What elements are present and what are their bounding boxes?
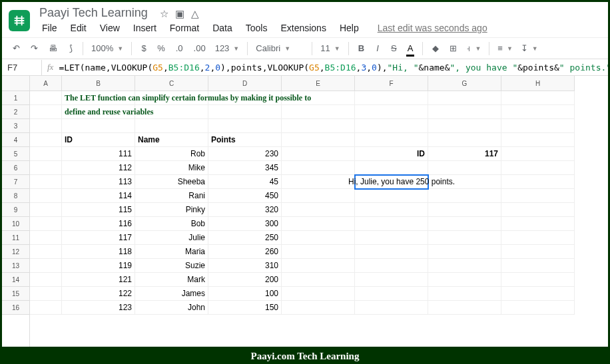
cell[interactable] xyxy=(428,203,501,217)
cell[interactable]: 114 xyxy=(62,189,135,203)
last-edit-link[interactable]: Last edit was seconds ago xyxy=(372,21,493,35)
cell[interactable]: Name xyxy=(135,133,208,147)
cell[interactable] xyxy=(501,161,575,175)
cell[interactable] xyxy=(282,273,355,287)
star-icon[interactable]: ☆ xyxy=(160,8,168,20)
cell[interactable] xyxy=(501,301,575,315)
cell[interactable] xyxy=(501,119,575,133)
cell[interactable]: James xyxy=(135,287,208,301)
cell[interactable]: 45 xyxy=(208,175,282,189)
undo-icon[interactable]: ↶ xyxy=(9,41,24,56)
col-header[interactable]: G xyxy=(428,76,501,91)
font-size-dropdown[interactable]: 11▼ xyxy=(318,42,342,55)
cell[interactable]: 230 xyxy=(208,147,282,161)
cell[interactable] xyxy=(501,133,575,147)
row-header[interactable]: 6 xyxy=(2,161,29,175)
cell[interactable] xyxy=(501,105,575,119)
col-header[interactable]: C xyxy=(135,76,208,91)
cell[interactable] xyxy=(501,147,575,161)
cell[interactable]: 345 xyxy=(208,161,282,175)
col-header[interactable]: B xyxy=(62,76,135,91)
cell[interactable] xyxy=(30,175,62,189)
cell[interactable] xyxy=(501,245,575,259)
row-header[interactable]: 8 xyxy=(2,189,29,203)
cell[interactable] xyxy=(355,91,428,105)
menu-view[interactable]: View xyxy=(95,21,125,35)
cell[interactable] xyxy=(501,91,575,105)
col-header[interactable]: H xyxy=(501,76,575,91)
formula-input[interactable]: =LET(name,VLOOKUP(G5,B5:D16,2,0),points,… xyxy=(59,60,608,75)
cell[interactable]: 310 xyxy=(208,259,282,273)
cell[interactable] xyxy=(30,203,62,217)
cell[interactable] xyxy=(428,91,501,105)
cell[interactable] xyxy=(355,301,428,315)
cell[interactable] xyxy=(282,245,355,259)
cell[interactable] xyxy=(428,245,501,259)
cell[interactable] xyxy=(30,189,62,203)
menu-format[interactable]: Format xyxy=(164,21,204,35)
row-header[interactable]: 12 xyxy=(2,245,29,259)
cell[interactable]: define and reuse variables xyxy=(62,105,135,119)
cell[interactable] xyxy=(355,105,428,119)
cell[interactable] xyxy=(355,133,428,147)
cell[interactable] xyxy=(30,245,62,259)
cell[interactable] xyxy=(30,161,62,175)
row-header[interactable]: 7 xyxy=(2,175,29,189)
redo-icon[interactable]: ↷ xyxy=(27,41,42,56)
cell[interactable] xyxy=(30,259,62,273)
cell[interactable]: 250 xyxy=(208,231,282,245)
row-header[interactable]: 4 xyxy=(2,133,29,147)
cell[interactable] xyxy=(501,189,575,203)
cell[interactable] xyxy=(62,119,135,133)
row-header[interactable]: 10 xyxy=(2,217,29,231)
cell[interactable] xyxy=(30,301,62,315)
cell[interactable] xyxy=(428,105,501,119)
cell[interactable] xyxy=(428,217,501,231)
cell[interactable] xyxy=(428,133,501,147)
cell[interactable]: 117 xyxy=(62,231,135,245)
cell[interactable] xyxy=(282,147,355,161)
menu-tools[interactable]: Tools xyxy=(240,21,273,35)
cell[interactable]: 118 xyxy=(62,245,135,259)
borders-button[interactable]: ⊞ xyxy=(446,41,461,56)
percent-button[interactable]: % xyxy=(153,41,169,56)
cell[interactable] xyxy=(355,245,428,259)
cell[interactable] xyxy=(355,259,428,273)
cell[interactable]: ID xyxy=(62,133,135,147)
menu-edit[interactable]: Edit xyxy=(65,21,92,35)
cell[interactable]: Rani xyxy=(135,189,208,203)
select-all[interactable] xyxy=(2,76,29,91)
cell[interactable]: 121 xyxy=(62,273,135,287)
cell[interactable]: 117 xyxy=(428,147,501,161)
cell[interactable] xyxy=(501,287,575,301)
cell[interactable] xyxy=(355,231,428,245)
cell[interactable]: Sheeba xyxy=(135,175,208,189)
row-header[interactable]: 3 xyxy=(2,119,29,133)
grid[interactable]: 1 2 3 4 5 6 7 8 9 10 11 12 13 14 15 16 A… xyxy=(2,76,608,347)
cell[interactable] xyxy=(282,203,355,217)
cell[interactable]: 450 xyxy=(208,189,282,203)
cell[interactable] xyxy=(30,133,62,147)
cell[interactable]: 320 xyxy=(208,203,282,217)
col-header[interactable]: A xyxy=(30,76,62,91)
row-header[interactable]: 5 xyxy=(2,147,29,161)
row-header[interactable]: 13 xyxy=(2,259,29,273)
cell[interactable]: 123 xyxy=(62,301,135,315)
row-header[interactable]: 15 xyxy=(2,287,29,301)
cell[interactable] xyxy=(30,147,62,161)
cloud-icon[interactable]: △ xyxy=(191,8,199,20)
cell[interactable] xyxy=(428,287,501,301)
cell[interactable]: 200 xyxy=(208,273,282,287)
currency-button[interactable]: $ xyxy=(137,41,151,56)
cell[interactable] xyxy=(282,287,355,301)
cell[interactable] xyxy=(282,175,355,189)
cell[interactable] xyxy=(282,231,355,245)
cell[interactable] xyxy=(355,119,428,133)
row-header[interactable]: 14 xyxy=(2,273,29,287)
menu-data[interactable]: Data xyxy=(207,21,238,35)
cell-reference[interactable]: F7 xyxy=(2,60,42,75)
cell[interactable] xyxy=(355,203,428,217)
font-dropdown[interactable]: Calibri▼ xyxy=(253,42,306,55)
cell[interactable]: 115 xyxy=(62,203,135,217)
cell[interactable] xyxy=(135,119,208,133)
